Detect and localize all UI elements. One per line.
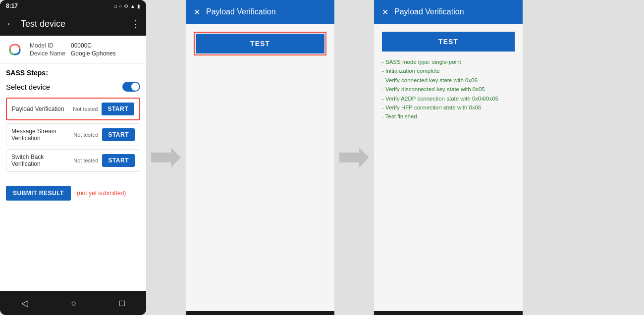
arrow1-container [146,0,186,315]
arrow2-icon [339,148,369,167]
model-label: Model ID [30,42,67,49]
submit-result-button[interactable]: SUBMIT RESULT [6,186,71,201]
dialog1-panel: ✕ Payload Verification TEST [186,0,334,315]
arrow1-icon [151,148,181,167]
result-lines: - SASS mode type: single-point- Initiali… [382,57,515,121]
dialog1-bottom-bar [186,311,334,315]
dialog2-panel: ✕ Payload Verification TEST - SASS mode … [374,0,523,315]
app-bar: ← Test device ⋮ [0,12,146,36]
result-line-item: - Verify A2DP connection state with 0x04… [382,94,515,103]
device-logo [6,41,24,58]
dialog2-test-button[interactable]: TEST [382,32,515,52]
home-nav-icon[interactable]: ○ [71,298,77,309]
dialog1-test-btn-highlight: TEST [194,32,326,55]
dialog1-body: TEST [186,24,334,311]
dialog1-header: ✕ Payload Verification [186,0,334,24]
result-line-item: - Verify connected key state with 0x06 [382,76,515,85]
select-device-label: Select device [6,83,50,91]
model-value: 00000C [71,42,92,49]
dialog2-title: Payload Verification [394,7,464,16]
settings-icon: ⚙ [124,3,128,9]
message-start-button[interactable]: START [102,128,135,141]
result-line-item: - Test finished [382,112,515,121]
phone-frame: 8:17 □ ○ ⚙ ▲ ▮ ← Test device ⋮ Model ID [0,0,146,315]
device-name-row: Device Name Google Gphones [30,50,116,57]
signal-icon: □ [114,3,117,9]
payload-start-button[interactable]: START [102,103,134,115]
switch-step-status: Not tested [73,158,98,163]
result-line-item: - Initialization complete [382,66,515,75]
result-line-item: - SASS mode type: single-point [382,57,515,66]
arrow2-container [334,0,374,315]
menu-button[interactable]: ⋮ [131,18,140,29]
submit-row: SUBMIT RESULT (not yet submitted) [0,180,146,207]
select-device-row: Select device [6,82,140,92]
app-content: Model ID 00000C Device Name Google Gphon… [0,36,146,291]
message-stream-step: Message Stream Verification Not tested S… [6,123,140,146]
payload-step-name: Payload Verification [12,105,69,112]
svg-marker-1 [339,148,369,167]
result-line-item: - Verify disconnected key state with 0x0… [382,85,515,94]
model-row: Model ID 00000C [30,42,116,49]
switch-back-step: Switch Back Verification Not tested STAR… [6,149,140,172]
wifi-icon: ▲ [130,3,135,9]
status-bar: 8:17 □ ○ ⚙ ▲ ▮ [0,0,146,12]
device-info: Model ID 00000C Device Name Google Gphon… [0,36,146,64]
dialog2-header: ✕ Payload Verification [374,0,523,24]
dialog2-close-button[interactable]: ✕ [382,7,388,17]
back-button[interactable]: ← [6,19,15,29]
sim-icon: ○ [119,3,122,9]
result-line-item: - Verify HFP connection state with 0x06 [382,103,515,112]
device-name-value: Google Gphones [71,50,116,57]
dialog1-test-btn-container: TEST [194,32,326,55]
select-device-toggle[interactable] [122,82,140,92]
back-nav-icon[interactable]: ◁ [21,298,28,309]
status-time: 8:17 [6,2,18,9]
dialog2-test-btn-container: TEST [382,32,515,52]
payload-verification-step: Payload Verification Not tested START [6,98,140,120]
recents-nav-icon[interactable]: □ [119,298,125,309]
message-step-status: Not tested [73,132,98,138]
app-title: Test device [21,19,125,29]
battery-icon: ▮ [137,3,140,9]
message-step-name: Message Stream Verification [11,128,69,142]
svg-marker-0 [151,148,181,167]
nav-bar: ◁ ○ □ [0,291,146,315]
submit-status: (not yet submitted) [77,190,126,197]
dialog1-test-button[interactable]: TEST [196,34,324,53]
status-icons: □ ○ ⚙ ▲ ▮ [114,3,140,9]
dialog2-bottom-bar [374,311,523,315]
device-details: Model ID 00000C Device Name Google Gphon… [30,42,116,57]
switch-start-button[interactable]: START [102,154,135,167]
switch-step-name: Switch Back Verification [11,154,69,167]
sass-section: SASS Steps: Select device Payload Verifi… [0,64,146,180]
dialog1-title: Payload Verification [206,7,276,16]
dialog2-body: TEST - SASS mode type: single-point- Ini… [374,24,523,311]
dialog1-close-button[interactable]: ✕ [194,7,200,17]
sass-title: SASS Steps: [6,69,140,77]
device-name-label: Device Name [30,50,67,57]
payload-step-status: Not tested [73,106,98,112]
